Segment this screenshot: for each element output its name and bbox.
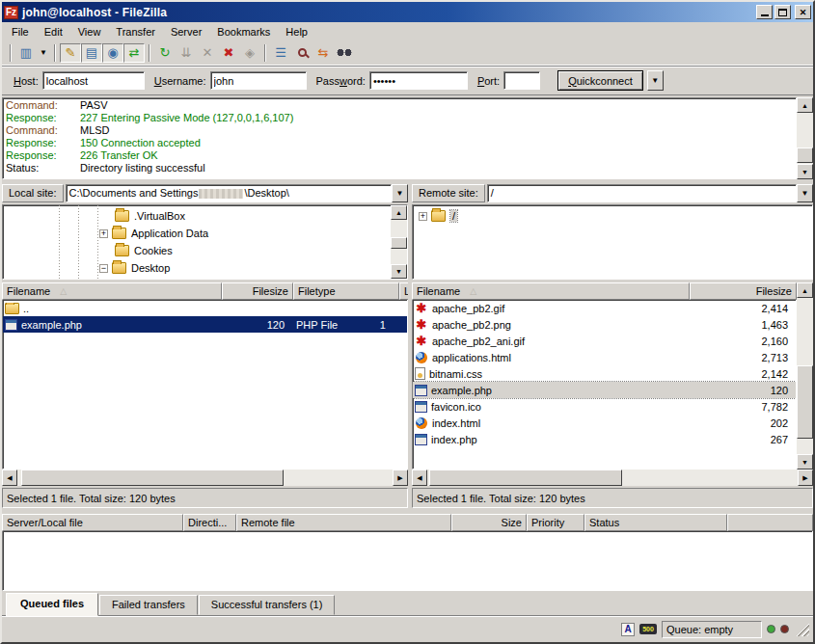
remote-list-scrollbar[interactable]: ▲ ▼	[797, 282, 813, 470]
port-input[interactable]	[503, 71, 540, 90]
tab-successful-transfers[interactable]: Successful transfers (1)	[199, 595, 336, 615]
expand-plus-icon[interactable]: +	[419, 212, 427, 221]
scroll-up-icon[interactable]: ▲	[797, 282, 813, 298]
local-horizontal-scrollbar[interactable]: ◀ ▶	[2, 470, 408, 486]
file-row-selected[interactable]: example.php 120 PHP File 1	[3, 316, 407, 333]
scroll-up-icon[interactable]: ▲	[797, 97, 813, 113]
scrollbar-thumb[interactable]	[391, 237, 407, 249]
column-filetype[interactable]: Filetype	[293, 282, 399, 300]
scroll-left-icon[interactable]: ◀	[412, 470, 427, 486]
local-path[interactable]: C:\Documents and Settings\Desktop\	[66, 184, 392, 202]
scroll-down-icon[interactable]: ▼	[391, 264, 407, 279]
cancel-operation-button[interactable]: ✕	[197, 43, 218, 63]
file-row[interactable]: ✱apache_pb2.gif2,414	[413, 300, 796, 316]
file-row[interactable]: applications.html2,713	[413, 349, 796, 365]
disconnect-button[interactable]: ✖	[218, 43, 239, 63]
tree-item[interactable]: + /	[413, 207, 812, 225]
process-queue-button[interactable]: ⇊	[176, 43, 197, 63]
clear-queue-button[interactable]: ◈	[239, 43, 260, 63]
resize-grip[interactable]	[796, 623, 809, 636]
find-files-button[interactable]	[334, 43, 355, 63]
column-server-local-file[interactable]: Server/Local file	[2, 514, 183, 531]
tab-queued-files[interactable]: Queued files	[6, 593, 98, 616]
tab-failed-transfers[interactable]: Failed transfers	[99, 595, 198, 615]
collapse-minus-icon[interactable]: −	[99, 264, 108, 273]
file-row[interactable]: favicon.ico7,782	[413, 398, 796, 415]
scroll-down-icon[interactable]: ▼	[797, 454, 813, 470]
scrollbar-thumb[interactable]	[797, 365, 813, 439]
transfer-queue-icon: ⇄	[129, 45, 140, 60]
site-manager-button[interactable]: ▥	[15, 43, 37, 63]
menu-file[interactable]: File	[4, 24, 37, 40]
scroll-up-icon[interactable]: ▲	[391, 205, 407, 220]
toggle-local-tree-button[interactable]: ▤	[81, 43, 102, 63]
scroll-left-icon[interactable]: ◀	[2, 470, 17, 486]
column-status[interactable]: Status	[584, 514, 727, 531]
title-bar[interactable]: Fz john@localhost - FileZilla ✕	[2, 2, 813, 22]
filter-button[interactable]: ☰	[270, 43, 291, 63]
refresh-button[interactable]: ↻	[154, 43, 176, 63]
transfer-type-icon[interactable]: A	[621, 623, 635, 636]
tree-item[interactable]: +Application Data	[3, 225, 391, 242]
column-filesize[interactable]: Filesize	[222, 282, 293, 300]
local-tree-scrollbar[interactable]: ▲ ▼	[391, 205, 407, 279]
file-row[interactable]: ✱apache_pb2.png1,463	[413, 316, 796, 333]
file-row[interactable]: ✱apache_pb2_ani.gif2,160	[413, 333, 796, 349]
password-input[interactable]	[369, 71, 468, 90]
remote-tree-icon: ◉	[107, 45, 118, 60]
file-row[interactable]: bitnami.css2,142	[413, 365, 796, 382]
column-filename[interactable]: Filename△	[2, 282, 222, 300]
column-last-modified[interactable]: L	[399, 282, 408, 300]
scrollbar-thumb[interactable]	[21, 470, 284, 486]
scroll-right-icon[interactable]: ▶	[798, 470, 813, 486]
local-site-dropdown[interactable]: ▼	[392, 184, 408, 202]
maximize-button[interactable]	[774, 5, 791, 19]
folder-icon	[115, 210, 129, 222]
column-remote-file[interactable]: Remote file	[236, 514, 451, 531]
scroll-right-icon[interactable]: ▶	[393, 470, 408, 486]
close-button[interactable]: ✕	[795, 5, 811, 19]
synchronized-browsing-button[interactable]: ⇆	[312, 43, 334, 63]
toggle-queue-button[interactable]: ⇄	[123, 43, 145, 63]
column-size[interactable]: Size	[451, 514, 527, 531]
expand-plus-icon[interactable]: +	[99, 229, 108, 238]
menu-server[interactable]: Server	[163, 24, 209, 40]
remote-site-combo[interactable]: / ▼	[487, 184, 813, 202]
toggle-message-log-button[interactable]: ✎	[60, 43, 81, 63]
menu-view[interactable]: View	[70, 24, 109, 40]
tree-item[interactable]: Cookies	[3, 242, 391, 259]
remote-horizontal-scrollbar[interactable]: ◀ ▶	[412, 470, 813, 486]
file-row[interactable]: index.html202	[413, 415, 796, 431]
file-row-selected[interactable]: example.php120	[413, 382, 796, 398]
menu-bookmarks[interactable]: Bookmarks	[209, 24, 278, 40]
toolbar: ▥ ▼ ✎ ▤ ◉ ⇄ ↻ ⇊ ✕ ✖ ◈ ☰ ⇆	[2, 40, 813, 66]
column-filename[interactable]: Filename△	[412, 282, 690, 300]
directory-comparison-button[interactable]	[291, 43, 312, 63]
column-priority[interactable]: Priority	[527, 514, 584, 531]
menu-help[interactable]: Help	[278, 24, 315, 40]
scrollbar-thumb[interactable]	[797, 148, 813, 163]
tree-item[interactable]: −Desktop	[3, 259, 391, 277]
minimize-button[interactable]	[756, 5, 773, 19]
scroll-down-icon[interactable]: ▼	[797, 164, 813, 179]
quickconnect-dropdown[interactable]: ▼	[647, 70, 664, 91]
column-filesize[interactable]: Filesize	[690, 282, 797, 300]
log-scrollbar[interactable]: ▲ ▼	[797, 97, 813, 179]
toggle-remote-tree-button[interactable]: ◉	[102, 43, 123, 63]
host-input[interactable]	[42, 71, 145, 90]
scrollbar-thumb[interactable]	[429, 470, 622, 486]
file-row[interactable]: ..	[3, 300, 407, 316]
remote-site-dropdown[interactable]: ▼	[797, 184, 813, 202]
file-row[interactable]: index.php267	[413, 431, 796, 447]
log-line: Command:MLSD	[6, 124, 796, 137]
column-direction[interactable]: Directi...	[183, 514, 236, 531]
remote-path[interactable]: /	[487, 184, 797, 202]
tree-item[interactable]: .VirtualBox	[3, 207, 391, 225]
site-manager-dropdown[interactable]: ▼	[37, 43, 50, 63]
local-site-combo[interactable]: C:\Documents and Settings\Desktop\ ▼	[66, 184, 408, 202]
speed-limit-icon[interactable]: 500	[639, 624, 657, 634]
quickconnect-button[interactable]: Quickconnect	[557, 70, 643, 91]
menu-transfer[interactable]: Transfer	[108, 24, 163, 40]
username-input[interactable]	[210, 71, 307, 90]
menu-edit[interactable]: Edit	[37, 24, 70, 40]
